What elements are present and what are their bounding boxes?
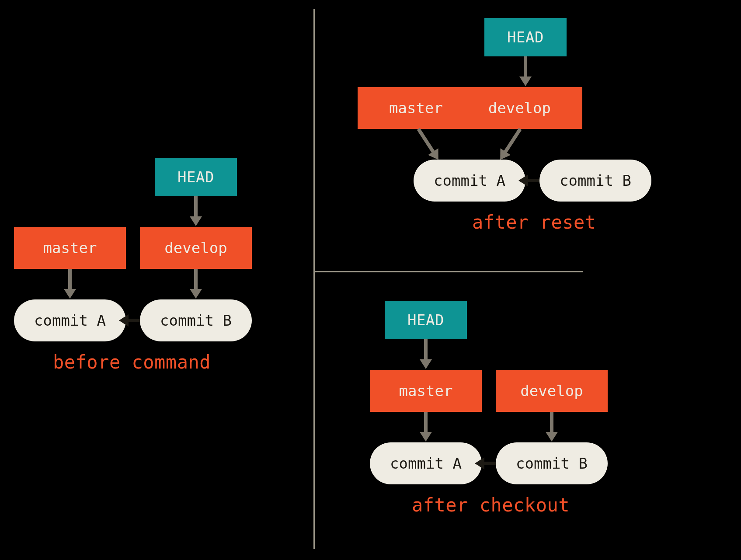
commit-node: commit B bbox=[496, 442, 608, 484]
branch-label: master bbox=[43, 239, 97, 257]
head-box: HEAD bbox=[385, 301, 467, 339]
branch-label: master bbox=[389, 99, 443, 117]
commit-label: commit B bbox=[560, 172, 631, 189]
commit-node: commit B bbox=[140, 299, 252, 341]
commit-node: commit A bbox=[370, 442, 482, 484]
commit-node: commit A bbox=[14, 299, 126, 341]
branch-develop: develop bbox=[496, 370, 608, 412]
commit-label: commit A bbox=[434, 172, 505, 189]
commit-label: commit A bbox=[34, 312, 106, 329]
head-label: HEAD bbox=[177, 168, 214, 186]
diagram-canvas: HEAD master develop commit A commit B be… bbox=[0, 0, 741, 560]
head-box: HEAD bbox=[155, 158, 237, 196]
commit-label: commit B bbox=[516, 455, 588, 472]
branch-combined: master develop bbox=[358, 87, 582, 129]
head-box: HEAD bbox=[484, 18, 567, 56]
branch-label: master bbox=[399, 382, 453, 400]
branch-develop: develop bbox=[140, 227, 252, 269]
branch-label: develop bbox=[488, 99, 551, 117]
commit-label: commit A bbox=[390, 455, 462, 472]
head-label: HEAD bbox=[507, 28, 544, 46]
commit-label: commit B bbox=[160, 312, 232, 329]
panel-caption: before command bbox=[53, 351, 211, 373]
head-label: HEAD bbox=[407, 311, 444, 329]
arrow-diag-icon bbox=[417, 128, 436, 155]
branch-label: develop bbox=[164, 239, 227, 257]
panel-caption: after reset bbox=[472, 212, 596, 233]
vertical-divider bbox=[313, 9, 315, 549]
branch-master: master bbox=[370, 370, 482, 412]
commit-node: commit B bbox=[539, 160, 651, 202]
commit-node: commit A bbox=[414, 160, 525, 202]
panel-caption: after checkout bbox=[412, 494, 570, 516]
branch-label: develop bbox=[520, 382, 583, 400]
branch-master: master bbox=[14, 227, 126, 269]
horizontal-divider bbox=[314, 271, 583, 272]
arrow-diag-icon bbox=[503, 128, 522, 155]
